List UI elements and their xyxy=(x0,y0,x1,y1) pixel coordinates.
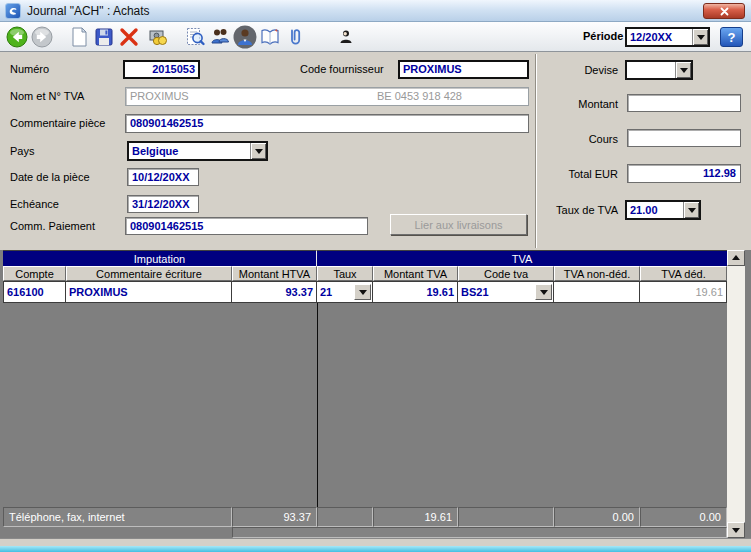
scroll-down-button[interactable] xyxy=(727,522,745,538)
periode-label: Période xyxy=(583,30,623,42)
back-button[interactable] xyxy=(4,25,29,50)
chevron-down-icon xyxy=(359,290,367,299)
nom-value: PROXIMUS xyxy=(130,90,189,103)
column-header-compte: Compte xyxy=(3,266,66,281)
chevron-down-icon xyxy=(540,290,548,299)
lier-aux-livraisons-button[interactable]: Lier aux livraisons xyxy=(390,214,527,235)
column-header-montant-tva: Montant TVA xyxy=(373,266,458,281)
group-header-imputation: Imputation xyxy=(3,250,317,266)
save-button[interactable] xyxy=(91,25,116,50)
taux-cell-value: 21 xyxy=(320,286,332,298)
numero-label: Numéro xyxy=(10,63,49,75)
cell-commentaire[interactable]: PROXIMUS xyxy=(66,281,232,303)
totals-code-tva-cell xyxy=(458,507,554,527)
cell-montant-tva[interactable]: 19.61 xyxy=(373,281,458,303)
pays-label: Pays xyxy=(10,145,34,157)
column-header-tva-ded: TVA déd. xyxy=(640,266,727,281)
window-bottom-frame xyxy=(0,538,751,546)
devise-label: Devise xyxy=(540,64,618,76)
totals-montant-htva: 93.37 xyxy=(232,507,317,527)
montant-label: Montant xyxy=(540,98,618,110)
triangle-down-icon xyxy=(732,528,740,537)
window-bottom-border xyxy=(0,546,751,552)
help-button[interactable]: ? xyxy=(720,27,743,47)
column-header-taux: Taux xyxy=(317,266,373,281)
devise-combobox[interactable] xyxy=(625,60,693,80)
code-fournisseur-field[interactable]: PROXIMUS xyxy=(398,60,529,79)
journal-book-button[interactable] xyxy=(257,25,282,50)
total-eur-label: Total EUR xyxy=(540,168,618,180)
pays-value: Belgique xyxy=(129,143,250,159)
close-button[interactable] xyxy=(703,3,745,19)
cell-tva-non-ded[interactable] xyxy=(554,281,640,303)
code-tva-cell-value: BS21 xyxy=(461,286,489,298)
payments-button[interactable] xyxy=(145,25,170,50)
contacts-button[interactable] xyxy=(207,25,232,50)
form-divider xyxy=(535,54,536,248)
devise-value xyxy=(627,62,675,78)
taux-tva-dropdown-button[interactable] xyxy=(683,202,699,218)
comm-paiement-label: Comm. Paiement xyxy=(10,220,95,232)
triangle-up-icon xyxy=(732,251,740,260)
user-button[interactable] xyxy=(333,25,358,50)
chevron-down-icon xyxy=(255,149,263,158)
toolbar: Période 12/20XX ? xyxy=(0,22,751,52)
preview-button[interactable] xyxy=(182,25,207,50)
date-piece-label: Date de la pièce xyxy=(10,171,90,183)
commentaire-piece-label: Commentaire pièce xyxy=(10,117,105,129)
montant-field[interactable] xyxy=(627,94,741,112)
taux-tva-combobox[interactable]: 21.00 xyxy=(625,200,701,220)
cell-montant-htva[interactable]: 93.37 xyxy=(232,281,317,303)
app-window: Journal "ACH" : Achats xyxy=(0,0,751,552)
periode-value: 12/20XX xyxy=(627,29,692,45)
pays-combobox[interactable]: Belgique xyxy=(127,141,268,161)
echeance-label: Echéance xyxy=(10,198,59,210)
pays-dropdown-button[interactable] xyxy=(250,143,266,159)
total-eur-field: 112.98 xyxy=(627,164,741,183)
column-header-montant-htva: Montant HTVA xyxy=(232,266,317,281)
cours-field[interactable] xyxy=(627,129,741,147)
numero-field[interactable]: 2015053 xyxy=(123,60,200,79)
echeance-field[interactable]: 31/12/20XX xyxy=(127,195,199,213)
app-icon xyxy=(5,3,21,19)
totals-montant-tva: 19.61 xyxy=(373,507,458,527)
date-piece-field[interactable]: 10/12/20XX xyxy=(127,168,199,186)
group-header-tva: TVA xyxy=(317,250,727,266)
window-title: Journal "ACH" : Achats xyxy=(27,4,150,18)
cell-code-tva[interactable]: BS21 xyxy=(458,281,554,303)
scroll-up-button[interactable] xyxy=(727,250,745,266)
taux-tva-value: 21.00 xyxy=(627,202,683,218)
totals-tva-ded: 0.00 xyxy=(640,507,727,527)
delete-button[interactable] xyxy=(116,25,141,50)
cell-taux[interactable]: 21 xyxy=(317,281,373,303)
chevron-down-icon xyxy=(680,68,688,77)
column-header-code-tva: Code tva xyxy=(458,266,554,281)
periode-dropdown-button[interactable] xyxy=(692,29,708,45)
nom-tva-label: Nom et N° TVA xyxy=(10,90,84,102)
totals-empty-row xyxy=(232,527,727,538)
code-fournisseur-label: Code fournisseur xyxy=(300,63,384,75)
entries-grid: Imputation TVA Compte Commentaire écritu… xyxy=(0,250,751,538)
vertical-scrollbar-track[interactable] xyxy=(727,266,745,522)
chevron-down-icon xyxy=(688,208,696,217)
commentaire-piece-field[interactable]: 080901462515 xyxy=(125,114,529,133)
totals-taux-cell xyxy=(317,507,373,527)
taux-tva-label: Taux de TVA xyxy=(540,204,618,216)
column-header-commentaire: Commentaire écriture xyxy=(66,266,232,281)
comm-paiement-field[interactable]: 080901462515 xyxy=(125,217,368,235)
group-divider-line xyxy=(317,303,318,507)
tva-number-value: BE 0453 918 428 xyxy=(377,90,462,103)
cell-compte[interactable]: 616100 xyxy=(3,281,66,303)
taux-cell-dropdown-button[interactable] xyxy=(354,284,371,300)
chevron-down-icon xyxy=(697,35,705,44)
titlebar: Journal "ACH" : Achats xyxy=(0,0,751,22)
new-document-button[interactable] xyxy=(66,25,91,50)
periode-combobox[interactable]: 12/20XX xyxy=(625,27,710,47)
column-header-tva-non-ded: TVA non-déd. xyxy=(554,266,640,281)
code-tva-cell-dropdown-button[interactable] xyxy=(535,284,552,300)
devise-dropdown-button[interactable] xyxy=(675,62,691,78)
attachments-button[interactable] xyxy=(282,25,307,50)
supplier-button[interactable] xyxy=(232,25,257,50)
totals-tva-non-ded: 0.00 xyxy=(554,507,640,527)
forward-button[interactable] xyxy=(29,25,54,50)
